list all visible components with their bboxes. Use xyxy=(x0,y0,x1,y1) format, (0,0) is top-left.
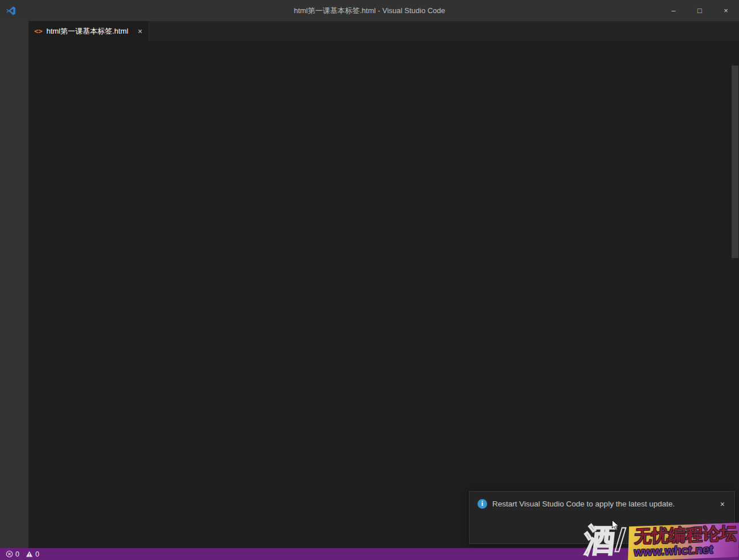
warning-icon xyxy=(26,550,33,558)
error-icon xyxy=(6,550,13,558)
title-bar: html第一课基本标签.html - Visual Studio Code – … xyxy=(0,0,739,21)
html-file-icon: <> xyxy=(34,27,42,35)
maximize-button[interactable]: □ xyxy=(687,0,713,21)
warning-count: 0 xyxy=(35,550,39,558)
info-icon: i xyxy=(477,499,487,509)
close-button[interactable]: × xyxy=(713,0,739,21)
scrollbar-thumb[interactable] xyxy=(732,66,738,258)
tab-html-file[interactable]: <> html第一课基本标签.html × xyxy=(28,21,148,41)
editor-actions xyxy=(731,21,739,41)
notification-close-icon[interactable]: × xyxy=(718,500,726,509)
error-count: 0 xyxy=(15,550,19,558)
tab-label: html第一课基本标签.html xyxy=(46,26,128,36)
minimap[interactable] xyxy=(666,43,730,117)
problems-errors[interactable]: 0 xyxy=(6,550,19,558)
update-notification: i Restart Visual Studio Code to apply th… xyxy=(469,491,735,544)
tab-close-icon[interactable]: × xyxy=(138,27,142,36)
minimize-button[interactable]: – xyxy=(660,0,687,21)
vscode-logo-icon xyxy=(5,5,17,17)
problems-warnings[interactable]: 0 xyxy=(26,550,39,558)
status-bar: 0 0 xyxy=(0,548,739,560)
tab-bar: <> html第一课基本标签.html × xyxy=(28,21,739,41)
code-editor[interactable] xyxy=(28,41,739,548)
activity-bar xyxy=(0,21,28,548)
notification-message: Restart Visual Studio Code to apply the … xyxy=(492,500,713,508)
window-title: html第一课基本标签.html - Visual Studio Code xyxy=(0,6,739,16)
editor-group: <> html第一课基本标签.html × xyxy=(28,21,739,548)
vertical-scrollbar[interactable] xyxy=(731,41,739,548)
